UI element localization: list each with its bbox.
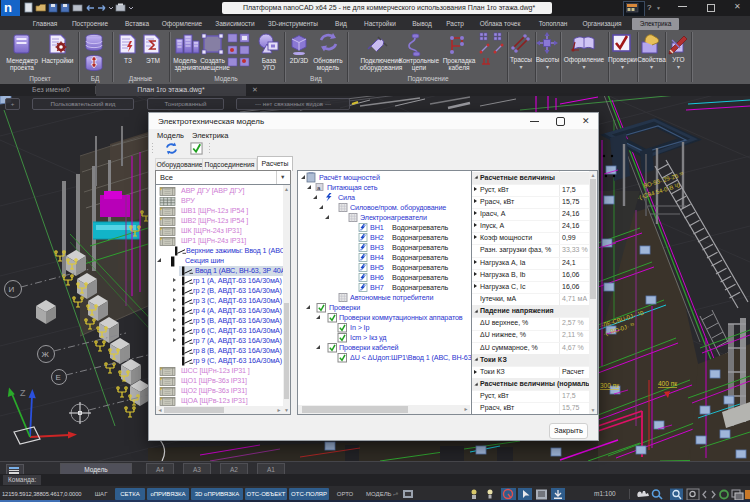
svg-text:Z: Z — [20, 388, 26, 398]
svg-text:И: И — [9, 285, 15, 294]
svg-text:300 пк: 300 пк — [600, 382, 619, 389]
svg-text:Е: Е — [56, 373, 61, 382]
svg-text:400 пк: 400 пк — [658, 380, 677, 387]
svg-text:Ж: Ж — [42, 350, 50, 359]
